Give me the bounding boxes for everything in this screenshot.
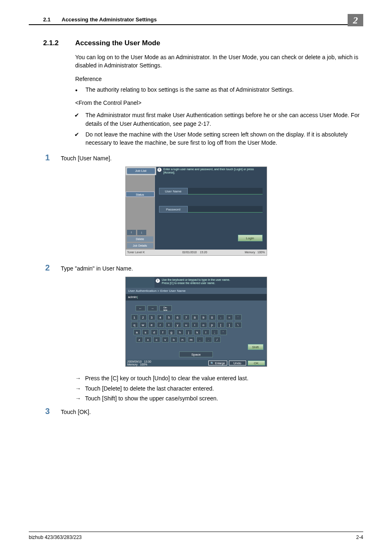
step-number: 1 [29,153,61,162]
password-button[interactable]: Password [159,206,188,213]
step-1: 1 Touch [User Name]. [29,153,363,162]
down-arrow-button[interactable]: ↓ [137,230,146,235]
key-3[interactable]: 3 [148,314,155,320]
key-k[interactable]: k [194,329,201,335]
login-panel: Job List Enter a login user name and pas… [125,166,267,256]
check-icon: ✔ [74,130,79,139]
key-6[interactable]: 6 [174,314,181,320]
job-details-button[interactable]: Job Details [127,243,153,248]
key-a[interactable]: a [134,329,141,335]
reference-bullet: The authority relating to box settings i… [75,86,363,94]
page-number: 2-4 [356,534,363,540]
key-i[interactable]: i [191,322,198,328]
key-v[interactable]: v [162,337,169,342]
arrow-instruction: Press the [C] key or touch [Undo] to cle… [75,374,363,382]
key-q[interactable]: q [131,322,138,328]
caution-item: ✔The Administrator must first make User … [75,111,363,128]
key-=[interactable]: = [226,314,233,320]
key-r[interactable]: r [157,322,164,328]
key-9[interactable]: 9 [200,314,207,320]
key-'[interactable]: ' [220,329,227,335]
keyboard-panel: Use the keyboard or keypad to type in th… [125,277,267,367]
key-t[interactable]: t [166,322,173,328]
key-d[interactable]: d [151,329,158,335]
key-\[interactable]: \ [235,322,242,328]
arrow-instruction: Touch [Shift] to show the upper case/sym… [75,394,363,402]
chapter-badge: 2 [348,14,363,26]
section-title: Accessing the Administrator Settings [62,16,157,23]
step-text: Type "admin" in User Name. [61,264,363,273]
sub-instructions: Press the [C] key or touch [Undo] to cle… [75,374,363,402]
key--[interactable]: - [217,314,224,320]
key-[[interactable]: [ [217,322,224,328]
key-g[interactable]: g [168,329,175,335]
user-name-value [188,188,263,194]
key-7[interactable]: 7 [183,314,190,320]
key-e[interactable]: e [148,322,155,328]
key-2[interactable]: 2 [140,314,147,320]
key-p[interactable]: p [209,322,216,328]
status-tab[interactable]: Status [126,192,154,197]
key-u[interactable]: u [183,322,190,328]
key-5[interactable]: 5 [166,314,173,320]
reference-heading: Reference [75,75,363,83]
model-name: bizhub 423/363/283/223 [29,534,82,540]
subsection-title: Accessing the User Mode [75,39,160,47]
key-l[interactable]: l [203,329,210,335]
key-o[interactable]: o [200,322,207,328]
up-arrow-button[interactable]: ↑ [127,230,136,235]
undo-button[interactable]: Undo [229,361,246,365]
arrow-instruction: Touch [Delete] to delete the last charac… [75,384,363,393]
key-f[interactable]: f [159,329,166,335]
key-m[interactable]: m [188,337,195,342]
key-y[interactable]: y [174,322,181,328]
screenshot-1: Job List Enter a login user name and pas… [29,166,363,256]
onscreen-keyboard: ← → De- lete 1234567890-=` qwertyuiop[]\… [126,301,267,360]
username-input[interactable]: admin [126,294,267,301]
key-/[interactable]: / [214,337,221,342]
login-button[interactable]: Login [238,235,263,241]
key-n[interactable]: n [179,337,186,342]
date-text: 2009/09/10 [127,360,142,363]
key-x[interactable]: x [145,337,152,342]
enlarge-button[interactable]: 🔍 Enlarge [208,361,227,365]
check-icon: ✔ [74,111,79,119]
memory-label: Memory [127,363,138,366]
input-value: admin [128,295,138,299]
space-key[interactable]: Space [179,352,213,357]
key-][interactable]: ] [226,322,233,328]
time-text: 15:20 [200,251,208,254]
key-c[interactable]: c [153,337,160,342]
left-arrow-key[interactable]: ← [136,305,145,311]
step-number: 2 [29,263,61,273]
reference-bullet-list: The authority relating to box settings i… [75,86,363,94]
key-;[interactable]: ; [211,329,218,335]
caution-item: ✔Do not leave the machine with the User … [75,130,363,147]
key-,[interactable]: , [196,337,203,342]
key-4[interactable]: 4 [157,314,164,320]
key-s[interactable]: s [142,329,149,335]
key-z[interactable]: z [136,337,143,342]
subsection-number: 2.1.2 [43,39,75,47]
key-.[interactable]: . [205,337,212,342]
key-b[interactable]: b [171,337,178,342]
status-bar: Toner Level K 02/01/2010 15:20 Memory 10… [126,250,267,255]
caution-text: Do not leave the machine with the User M… [85,131,348,146]
time-text: 13:30 [144,360,151,363]
delete-key[interactable]: De- lete [159,305,172,311]
delete-button[interactable]: Delete [127,236,153,242]
job-list-button[interactable]: Job List [127,168,155,174]
ok-button[interactable]: OK [248,361,265,365]
key-h[interactable]: h [177,329,184,335]
page-footer: bizhub 423/363/283/223 2-4 [29,532,363,540]
key-w[interactable]: w [140,322,147,328]
key-j[interactable]: j [185,329,192,335]
key-8[interactable]: 8 [191,314,198,320]
right-arrow-key[interactable]: → [148,305,157,311]
key-0[interactable]: 0 [209,314,216,320]
user-name-button[interactable]: User Name [159,188,188,194]
key-1[interactable]: 1 [131,314,138,320]
shift-key[interactable]: Shift [248,344,263,350]
breadcrumb: User Authentication > Enter User Name [126,288,267,294]
key-`[interactable]: ` [235,314,242,320]
